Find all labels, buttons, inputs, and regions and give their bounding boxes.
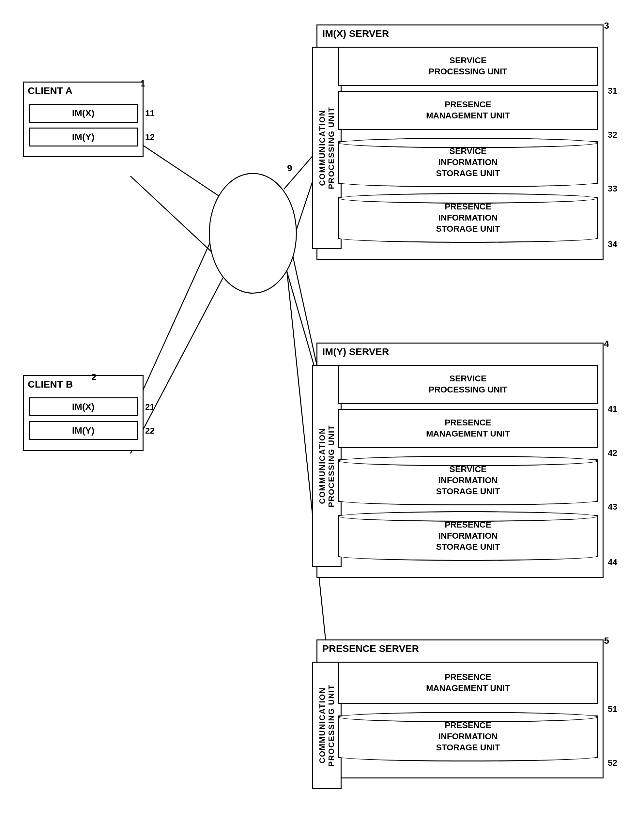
imy-server-ref: 4 — [604, 339, 609, 349]
imy-unit-42-text: PRESENCEMANAGEMENT UNIT — [422, 415, 514, 442]
client-a-imy-box: IM(Y) 12 — [29, 127, 138, 147]
client-a-ref: 1 — [140, 78, 146, 89]
presence-comm-unit: COMMUNICATIONPROCESSING UNIT — [312, 662, 342, 789]
client-b-imy-ref: 22 — [145, 426, 155, 436]
imy-ref-44: 44 — [608, 557, 617, 567]
imx-server-box: IM(X) SERVER 3 35 COMMUNICATIONPROCESSIN… — [316, 25, 604, 260]
imy-ref-43: 43 — [608, 502, 617, 512]
client-a-imx-ref: 11 — [145, 108, 155, 118]
client-a-imy-label: IM(Y) — [72, 132, 94, 142]
presence-ref-51: 51 — [608, 704, 617, 714]
presence-server-label: PRESENCE SERVER — [317, 641, 603, 657]
client-b-imy-box: IM(Y) 22 — [29, 421, 138, 440]
presence-comm-label: COMMUNICATIONPROCESSING UNIT — [318, 684, 336, 767]
presence-ref-52: 52 — [608, 758, 617, 768]
imy-comm-label: COMMUNICATIONPROCESSING UNIT — [318, 425, 336, 507]
imx-comm-unit: COMMUNICATIONPROCESSING UNIT — [312, 47, 342, 249]
imy-unit-44: PRESENCEINFORMATIONSTORAGE UNIT — [338, 515, 598, 557]
client-b-box: CLIENT B IM(X) 21 IM(Y) 22 — [23, 375, 144, 451]
imy-server-label: IM(Y) SERVER — [317, 343, 603, 360]
svg-line-0 — [130, 137, 228, 202]
imy-unit-41: SERVICEPROCESSING UNIT — [338, 365, 598, 404]
imx-unit-31: SERVICEPROCESSING UNIT — [338, 47, 598, 86]
imy-unit-43: SERVICEINFORMATIONSTORAGE UNIT — [338, 459, 598, 502]
imy-unit-42: PRESENCEMANAGEMENT UNIT — [338, 409, 598, 448]
imx-unit-34-text: PRESENCEINFORMATIONSTORAGE UNIT — [432, 199, 504, 237]
imx-server-ref: 3 — [604, 21, 609, 31]
presence-unit-52-text: PRESENCEINFORMATIONSTORAGE UNIT — [432, 717, 504, 756]
imx-unit-32: PRESENCEMANAGEMENT UNIT — [338, 91, 598, 130]
imy-unit-41-text: SERVICEPROCESSING UNIT — [425, 371, 511, 398]
client-a-imx-label: IM(X) — [72, 108, 94, 118]
imx-unit-32-text: PRESENCEMANAGEMENT UNIT — [422, 97, 514, 124]
imx-comm-label: COMMUNICATIONPROCESSING UNIT — [318, 107, 336, 189]
imx-ref-34: 34 — [608, 239, 617, 249]
presence-server-box: PRESENCE SERVER 5 35 COMMUNICATIONPROCES… — [316, 639, 604, 779]
client-b-ref: 2 — [91, 372, 97, 382]
network-oval — [209, 173, 297, 294]
client-a-box: CLIENT A IM(X) 11 IM(Y) 12 — [23, 81, 144, 157]
imx-server-label: IM(X) SERVER — [317, 25, 603, 42]
imy-unit-44-text: PRESENCEINFORMATIONSTORAGE UNIT — [432, 517, 504, 555]
imy-unit-43-text: SERVICEINFORMATIONSTORAGE UNIT — [432, 461, 504, 500]
imx-unit-33: SERVICEINFORMATIONSTORAGE UNIT — [338, 141, 598, 184]
imx-unit-34: PRESENCEINFORMATIONSTORAGE UNIT — [338, 197, 598, 239]
imx-ref-33: 33 — [608, 184, 617, 194]
imy-ref-41: 41 — [608, 404, 617, 414]
imx-ref-31: 31 — [608, 86, 617, 96]
client-b-imx-box: IM(X) 21 — [29, 397, 138, 416]
presence-unit-52: PRESENCEINFORMATIONSTORAGE UNIT — [338, 716, 598, 758]
imy-ref-42: 42 — [608, 448, 617, 458]
imx-ref-32: 32 — [608, 130, 617, 140]
client-b-imx-label: IM(X) — [72, 402, 94, 412]
imy-comm-unit: COMMUNICATIONPROCESSING UNIT — [312, 365, 342, 567]
presence-unit-51-text: PRESENCEMANAGEMENT UNIT — [422, 669, 514, 696]
imx-unit-31-text: SERVICEPROCESSING UNIT — [425, 52, 511, 80]
client-b-imy-label: IM(Y) — [72, 425, 94, 436]
imx-unit-33-text: SERVICEINFORMATIONSTORAGE UNIT — [432, 143, 504, 181]
client-a-label: CLIENT A — [24, 83, 143, 99]
presence-server-ref: 5 — [604, 636, 609, 646]
diagram: CLIENT A IM(X) 11 IM(Y) 12 1 CLIENT B IM… — [0, 0, 644, 814]
client-b-label: CLIENT B — [24, 376, 143, 392]
client-a-imx-box: IM(X) 11 — [29, 104, 138, 123]
imy-server-box: IM(Y) SERVER 4 35 COMMUNICATIONPROCESSIN… — [316, 343, 604, 578]
client-a-imy-ref: 12 — [145, 132, 155, 142]
network-ref: 9 — [287, 163, 292, 173]
client-b-imx-ref: 21 — [145, 402, 155, 412]
presence-unit-51: PRESENCEMANAGEMENT UNIT — [338, 662, 598, 704]
